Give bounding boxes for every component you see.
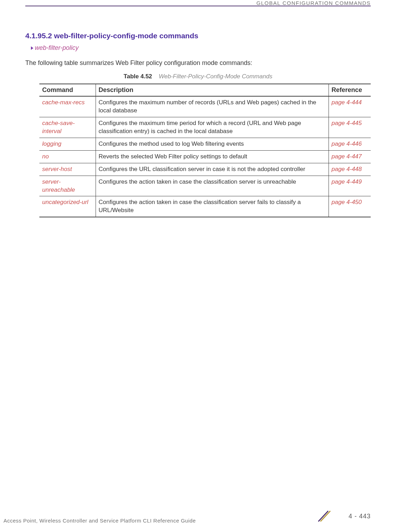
page-footer: Access Point, Wireless Controller and Se… <box>0 514 396 526</box>
table-caption: Table 4.52 Web-Filter-Policy-Config-Mode… <box>25 73 371 80</box>
col-header-command: Command <box>39 84 96 96</box>
command-link[interactable]: cache-max-recs <box>42 99 85 106</box>
description-cell: Configures the maximum number of records… <box>96 96 329 117</box>
swoosh-icon <box>318 510 335 524</box>
command-link[interactable]: server-host <box>42 166 72 172</box>
breadcrumb-link[interactable]: web-filter-policy <box>35 44 79 52</box>
page-number: 4 - 443 <box>349 513 371 520</box>
description-cell: Configures the maximum time period for w… <box>96 117 329 138</box>
col-header-description: Description <box>96 84 329 96</box>
reference-link[interactable]: page 4-447 <box>332 153 362 160</box>
chevron-right-icon <box>31 46 33 50</box>
table-row: cache-save-interval Configures the maxim… <box>39 117 371 138</box>
reference-link[interactable]: page 4-444 <box>332 99 362 106</box>
table-caption-title: Web-Filter-Policy-Config-Mode Commands <box>159 73 272 80</box>
description-cell: Reverts the selected Web Filter policy s… <box>96 150 329 163</box>
description-cell: Configures the URL classification server… <box>96 163 329 176</box>
command-link[interactable]: no <box>42 153 49 160</box>
table-row: cache-max-recs Configures the maximum nu… <box>39 96 371 117</box>
description-cell: Configures the method used to log Web fi… <box>96 138 329 150</box>
footer-right: 4 - 443 <box>318 510 371 524</box>
table-row: no Reverts the selected Web Filter polic… <box>39 150 371 163</box>
description-cell: Configures the action taken in case the … <box>96 176 329 196</box>
table-row: uncategorized-url Configures the action … <box>39 196 371 217</box>
breadcrumb: web-filter-policy <box>31 44 371 52</box>
reference-link[interactable]: page 4-450 <box>332 199 362 205</box>
col-header-reference: Reference <box>329 84 371 96</box>
command-link[interactable]: server-unreachable <box>42 178 75 193</box>
table-row: logging Configures the method used to lo… <box>39 138 371 150</box>
page-content: 4.1.95.2 web-filter-policy-config-mode c… <box>25 32 371 217</box>
running-header: GLOBAL CONFIGURATION COMMANDS <box>257 0 371 6</box>
command-link[interactable]: uncategorized-url <box>42 199 88 205</box>
command-link[interactable]: cache-save-interval <box>42 120 75 134</box>
reference-link[interactable]: page 4-446 <box>332 140 362 147</box>
section-heading: 4.1.95.2 web-filter-policy-config-mode c… <box>25 32 371 40</box>
table-header-row: Command Description Reference <box>39 84 371 96</box>
reference-link[interactable]: page 4-445 <box>332 120 362 126</box>
reference-link[interactable]: page 4-449 <box>332 178 362 185</box>
reference-link[interactable]: page 4-448 <box>332 166 362 172</box>
table-row: server-unreachable Configures the action… <box>39 176 371 196</box>
table-row: server-host Configures the URL classific… <box>39 163 371 176</box>
footer-title: Access Point, Wireless Controller and Se… <box>4 518 196 524</box>
description-cell: Configures the action taken in case the … <box>96 196 329 217</box>
table-caption-label: Table 4.52 <box>124 73 152 80</box>
intro-text: The following table summarizes Web Filte… <box>25 59 371 67</box>
command-link[interactable]: logging <box>42 140 61 147</box>
commands-table: Command Description Reference cache-max-… <box>39 84 371 217</box>
header-rule <box>25 6 371 6</box>
